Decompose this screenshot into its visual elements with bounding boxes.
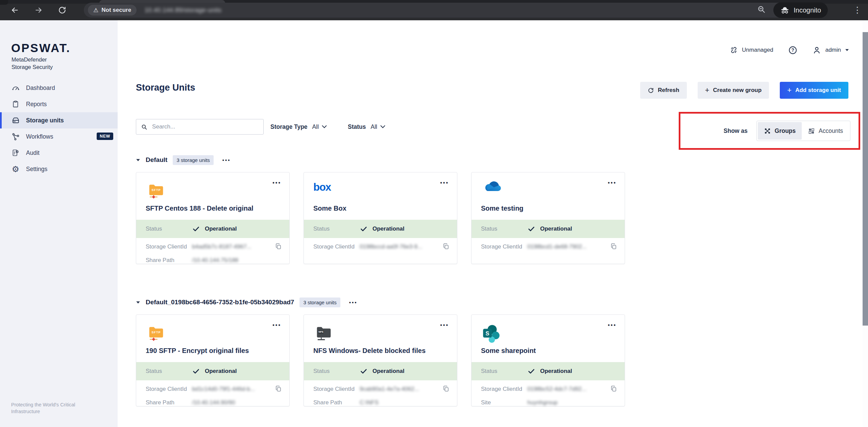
help-button[interactable]: ? bbox=[788, 46, 797, 55]
copy-button[interactable] bbox=[442, 385, 450, 394]
row-label: Share Path bbox=[136, 399, 192, 406]
unmanaged-status[interactable]: Unmanaged bbox=[730, 46, 773, 54]
product-line1: MetaDefender bbox=[11, 56, 53, 64]
status-value: Operational bbox=[360, 225, 404, 233]
sidebar-item-storage-units[interactable]: Storage units bbox=[0, 112, 118, 128]
chevron-down-icon[interactable] bbox=[322, 125, 327, 128]
plus-icon: + bbox=[705, 87, 709, 94]
card-menu-button[interactable]: ••• bbox=[272, 180, 281, 186]
incognito-spy-icon bbox=[780, 5, 790, 15]
reload-button[interactable] bbox=[55, 3, 69, 17]
sidebar-item-dashboard[interactable]: Dashboard bbox=[0, 80, 118, 96]
copy-button[interactable] bbox=[442, 243, 450, 251]
storage-unit-card: SFTP•••SFTP Centos 188 - Delete original… bbox=[136, 172, 290, 264]
sidebar-item-audit[interactable]: Audit bbox=[0, 145, 118, 161]
sidebar-item-settings[interactable]: ⚙Settings bbox=[0, 161, 118, 177]
address-bar[interactable]: ⚠ Not secure 10.40.144.89/storage-units … bbox=[84, 3, 794, 18]
copy-button[interactable] bbox=[275, 385, 282, 394]
card-info-row: Share PathC:\NFS bbox=[304, 396, 457, 409]
checkmark-icon bbox=[360, 225, 368, 233]
copy-button[interactable] bbox=[275, 243, 282, 251]
unmanaged-label: Unmanaged bbox=[742, 47, 773, 53]
group-menu-button[interactable]: ••• bbox=[349, 300, 358, 305]
user-menu[interactable]: admin bbox=[812, 46, 849, 55]
onedrive-icon bbox=[481, 179, 503, 204]
sidebar-item-label: Storage units bbox=[26, 117, 64, 124]
group-header: Default3 storage units••• bbox=[136, 154, 625, 166]
sidebar-item-label: Workflows bbox=[26, 133, 53, 140]
nfs-icon: NFS bbox=[313, 322, 334, 346]
row-label: Storage ClientId bbox=[136, 386, 192, 393]
search-input[interactable] bbox=[151, 123, 259, 131]
sidebar-item-label: Dashboard bbox=[26, 85, 55, 92]
sidebar-item-label: Reports bbox=[26, 101, 47, 108]
storage-unit-title: Some sharepoint bbox=[481, 347, 614, 355]
tab-corner bbox=[0, 0, 8, 5]
svg-text:NFS: NFS bbox=[318, 330, 323, 333]
copy-button[interactable] bbox=[610, 243, 617, 251]
create-new-group-button[interactable]: + Create new group bbox=[698, 82, 769, 99]
card-info-row: Storage ClientId0198bc52-4dc7-7d92... bbox=[472, 382, 625, 396]
add-storage-unit-button[interactable]: + Add storage unit bbox=[780, 82, 848, 99]
row-value-redacted: huynhgroup bbox=[527, 399, 558, 406]
user-label: admin bbox=[825, 47, 841, 53]
operational-label: Operational bbox=[540, 368, 572, 375]
card-menu-button[interactable]: ••• bbox=[608, 322, 617, 328]
row-label: Storage ClientId bbox=[136, 243, 192, 250]
groups-view-label: Groups bbox=[775, 127, 796, 135]
main-content: Unmanaged ? admin Storage Units Refresh … bbox=[118, 20, 868, 427]
chevron-down-icon[interactable] bbox=[380, 125, 385, 128]
sidebar-menu: DashboardReportsStorage unitsWorkflowsNE… bbox=[0, 80, 118, 177]
page-scrollbar[interactable] bbox=[863, 20, 868, 427]
group-menu-button[interactable]: ••• bbox=[222, 157, 231, 163]
status-value: Operational bbox=[527, 367, 572, 375]
status-value: Operational bbox=[192, 367, 237, 375]
accounts-view-button[interactable]: Accounts bbox=[802, 122, 849, 140]
row-value-redacted: b4ad5b7c-8187-4967... bbox=[192, 243, 251, 250]
card-menu-button[interactable]: ••• bbox=[440, 180, 449, 186]
storage-type-value[interactable]: All bbox=[312, 123, 319, 131]
collapse-caret-icon[interactable] bbox=[136, 159, 140, 162]
card-info-row: Storage ClientIdb4ad5b7c-8187-4967... bbox=[136, 240, 289, 254]
workflows-icon bbox=[11, 132, 20, 141]
card-menu-button[interactable]: ••• bbox=[272, 322, 281, 328]
card-menu-button[interactable]: ••• bbox=[440, 322, 449, 328]
box-icon: box bbox=[313, 179, 331, 204]
collapse-caret-icon[interactable] bbox=[136, 301, 140, 304]
create-group-label: Create new group bbox=[713, 87, 762, 94]
status-filter-value[interactable]: All bbox=[371, 123, 377, 131]
view-toggle: Groups Accounts bbox=[756, 121, 850, 141]
group-header: Default_0198bc68-4656-7352-b1fe-05b34029… bbox=[136, 296, 625, 308]
scrollbar-thumb[interactable] bbox=[863, 32, 868, 326]
checkmark-icon bbox=[192, 225, 200, 233]
search-box[interactable] bbox=[136, 119, 264, 135]
forward-button[interactable] bbox=[32, 3, 45, 17]
card-menu-button[interactable]: ••• bbox=[608, 180, 617, 186]
row-label: Storage ClientId bbox=[304, 386, 360, 393]
search-icon bbox=[141, 123, 147, 131]
plus-icon: + bbox=[787, 87, 792, 94]
sidebar-item-workflows[interactable]: WorkflowsNEW bbox=[0, 128, 118, 145]
group-name: Default bbox=[146, 156, 167, 164]
row-label: Share Path bbox=[136, 257, 192, 264]
browser-menu-icon[interactable]: ⋮ bbox=[853, 4, 862, 17]
sidebar-item-reports[interactable]: Reports bbox=[0, 96, 118, 112]
row-value-redacted: 0198bcd1-de68-7902... bbox=[527, 243, 587, 250]
forward-icon bbox=[34, 6, 43, 15]
refresh-button[interactable]: Refresh bbox=[640, 82, 686, 99]
back-button[interactable] bbox=[8, 3, 22, 17]
groups-view-button[interactable]: Groups bbox=[758, 122, 802, 140]
storage-unit-title: SFTP Centos 188 - Delete original bbox=[146, 205, 279, 212]
back-icon bbox=[10, 6, 19, 15]
status-row: StatusOperational bbox=[472, 362, 625, 380]
status-row: StatusOperational bbox=[136, 362, 289, 380]
row-value-redacted: bd1c14d0-79f1-446d-b... bbox=[192, 386, 255, 393]
status-row: StatusOperational bbox=[136, 220, 289, 238]
svg-text:S: S bbox=[486, 330, 489, 337]
checkmark-icon bbox=[527, 367, 535, 375]
show-as-label: Show as bbox=[724, 127, 748, 135]
status-row: StatusOperational bbox=[472, 220, 625, 238]
not-secure-chip[interactable]: ⚠ Not secure bbox=[88, 5, 137, 16]
copy-button[interactable] bbox=[610, 385, 617, 394]
zoom-indicator-icon[interactable] bbox=[757, 5, 766, 15]
